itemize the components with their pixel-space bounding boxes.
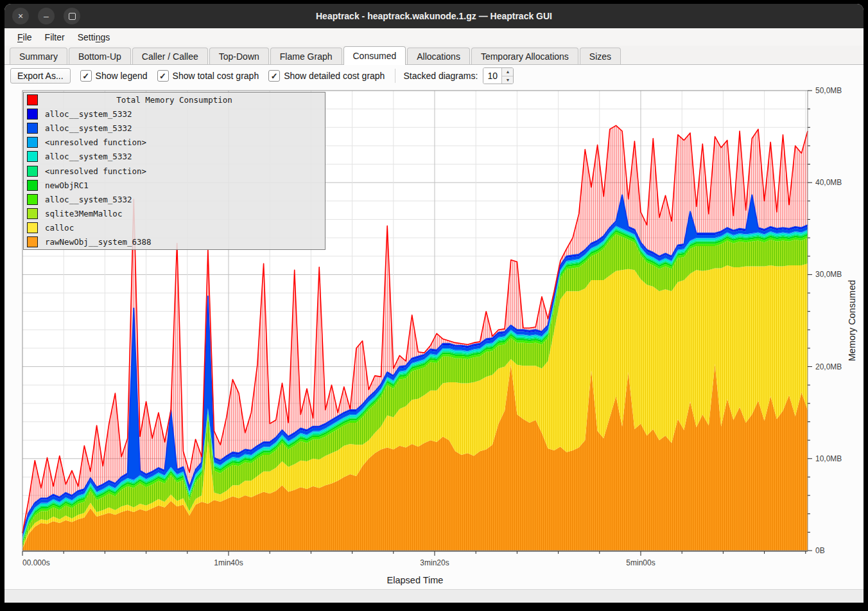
x-tick-label: 5min00s bbox=[626, 558, 655, 567]
legend-label: <unresolved function> bbox=[45, 166, 146, 176]
legend-label: alloc__system_5332 bbox=[45, 123, 132, 133]
y-tick-label: 30,0MB bbox=[815, 270, 842, 279]
legend-item: newObjRC1 bbox=[24, 178, 325, 192]
x-tick-label: 00.000s bbox=[22, 558, 50, 567]
y-tick-label: 0B bbox=[815, 546, 825, 555]
legend-label: sqlite3MemMalloc bbox=[45, 209, 122, 218]
legend-label: Total Memory Consumption bbox=[24, 95, 325, 105]
legend-item: alloc__system_5332 bbox=[24, 192, 325, 206]
legend-label: alloc__system_5332 bbox=[45, 195, 132, 204]
legend-item: sqlite3MemMalloc bbox=[24, 207, 325, 221]
legend-swatch-icon bbox=[27, 137, 38, 148]
legend-swatch-icon bbox=[27, 222, 38, 233]
legend-swatch-icon bbox=[27, 151, 38, 162]
legend-label: alloc__system_5332 bbox=[45, 152, 132, 161]
x-tick-label: 3min20s bbox=[420, 558, 449, 567]
legend-item: alloc__system_5332 bbox=[24, 121, 325, 135]
chart-legend: Total Memory Consumptionalloc__system_53… bbox=[23, 92, 326, 250]
y-tick-label: 20,0MB bbox=[815, 362, 842, 371]
legend-swatch-icon bbox=[27, 166, 38, 177]
legend-item: alloc__system_5332 bbox=[24, 150, 325, 164]
legend-item: rawNewObj__system_6388 bbox=[24, 235, 325, 249]
legend-swatch-icon bbox=[27, 208, 38, 219]
legend-label: <unresolved function> bbox=[45, 137, 146, 147]
legend-swatch-icon bbox=[27, 123, 38, 134]
y-tick-label: 10,0MB bbox=[815, 454, 842, 463]
legend-item: calloc bbox=[24, 221, 325, 235]
legend-label: newObjRC1 bbox=[45, 181, 89, 190]
legend-swatch-icon bbox=[27, 236, 38, 247]
y-tick-label: 40,0MB bbox=[815, 178, 842, 187]
legend-swatch-icon bbox=[27, 109, 38, 120]
legend-label: alloc__system_5332 bbox=[45, 109, 132, 119]
x-tick-label: 1min40s bbox=[214, 558, 243, 567]
x-axis-title: Elapsed Time bbox=[387, 575, 444, 585]
legend-label: calloc bbox=[45, 223, 74, 233]
y-axis-title: Memory Consumed bbox=[847, 280, 857, 362]
legend-label: rawNewObj__system_6388 bbox=[45, 237, 152, 247]
legend-item: <unresolved function> bbox=[24, 164, 325, 178]
legend-swatch-icon bbox=[27, 194, 38, 205]
legend-title-row: Total Memory Consumption bbox=[24, 93, 325, 107]
legend-swatch-icon bbox=[27, 180, 38, 191]
y-tick-label: 50,0MB bbox=[815, 86, 842, 95]
legend-item: <unresolved function> bbox=[24, 136, 325, 150]
legend-item: alloc__system_5332 bbox=[24, 107, 325, 121]
